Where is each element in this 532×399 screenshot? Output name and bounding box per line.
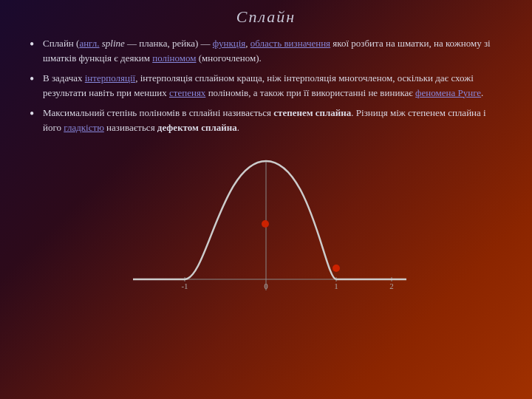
bullet-text-2: В задачах інтерполяції, інтерполяція спл… [43, 71, 502, 100]
link-function[interactable]: функція [213, 38, 245, 49]
text-normal: В задачах [43, 72, 85, 83]
chart-area: -1 0 1 2 [111, 154, 421, 316]
list-item: • Максимальний степінь поліномів в сплай… [30, 106, 502, 134]
bold-spline-defect: дефектом сплайна [157, 122, 237, 133]
chart-dot-2 [332, 265, 340, 272]
bullet-dot: • [30, 35, 43, 55]
text-normal: називається [104, 122, 157, 133]
bullet-dot: • [30, 69, 43, 89]
page-title: Сплайн [0, 0, 532, 33]
link-domain[interactable]: область визначення [250, 38, 330, 49]
bold-spline-degree: степенем сплайна [273, 107, 351, 118]
svg-text:1: 1 [334, 282, 338, 290]
text-normal: spline — планка, рейка) — [100, 38, 213, 49]
link-polynomial[interactable]: поліномом [152, 52, 196, 64]
text-normal: Максимальний степінь поліномів в сплайні… [43, 107, 273, 118]
list-item: • В задачах інтерполяції, інтерполяція с… [30, 71, 502, 100]
link-angl[interactable]: англ. [79, 38, 99, 49]
bullet-text-1: Сплайн (англ. spline — планка, рейка) — … [43, 36, 502, 65]
chart-dot-1 [262, 220, 269, 228]
main-content: • Сплайн (англ. spline — планка, рейка) … [0, 33, 532, 148]
bullet-list: • Сплайн (англ. spline — планка, рейка) … [30, 36, 502, 134]
spline-chart: -1 0 1 2 [111, 154, 421, 316]
link-interpolation[interactable]: інтерполяції [85, 72, 135, 83]
svg-text:0: 0 [264, 282, 268, 290]
list-item: • Сплайн (англ. spline — планка, рейка) … [30, 36, 502, 65]
svg-text:-1: -1 [181, 282, 188, 290]
svg-text:2: 2 [389, 282, 394, 290]
text-normal: . [237, 122, 239, 133]
text-normal: . [481, 87, 483, 98]
bullet-dot: • [30, 104, 43, 124]
link-degrees[interactable]: степенях [169, 87, 205, 98]
link-smoothness[interactable]: гладкістю [64, 122, 104, 133]
bullet-text-3: Максимальний степінь поліномів в сплайні… [43, 106, 502, 134]
text-normal: Сплайн ( [43, 38, 79, 49]
text-normal: (многочленом). [197, 52, 262, 64]
text-normal: поліномів, а також при її використанні н… [205, 87, 415, 98]
link-runge[interactable]: феномена Рунге [415, 87, 481, 98]
